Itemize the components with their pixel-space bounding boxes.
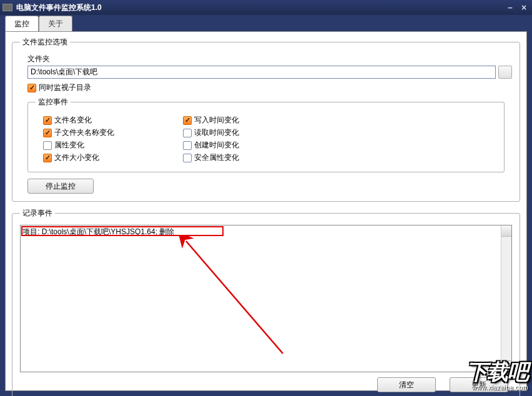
log-events-group: 记录事件 项目: D:\tools\桌面\下载吧\YHSJSQ1.64; 删除 … <box>12 208 520 396</box>
update-button[interactable]: 更新 <box>450 377 508 392</box>
clear-button[interactable]: 清空 <box>377 377 436 392</box>
window-title: 电脑文件事件监控系统1.0 <box>16 2 505 13</box>
close-button[interactable]: × <box>518 2 530 12</box>
lbl-attr: 属性变化 <box>54 140 84 151</box>
stop-monitor-button[interactable]: 停止监控 <box>27 179 94 194</box>
events-col-right: 写入时间变化 读取时间变化 创建时间变化 安全属性变化 <box>183 115 239 163</box>
log-scrollbar[interactable] <box>501 225 511 372</box>
tab-label: 关于 <box>48 19 63 28</box>
chk-secattr[interactable] <box>183 154 192 162</box>
chk-attr[interactable] <box>43 141 52 150</box>
tab-label: 监控 <box>14 19 29 28</box>
watch-subdir-label: 同时监视子目录 <box>39 82 91 93</box>
lbl-filesize: 文件大小变化 <box>54 152 99 163</box>
content-panel: 文件监控选项 文件夹 同时监视子目录 监控事件 文件名变化 子文件夹名称变化 属… <box>5 31 527 391</box>
title-bar[interactable]: 电脑文件事件监控系统1.0 – × <box>0 0 532 15</box>
log-textarea[interactable]: 项目: D:\tools\桌面\下载吧\YHSJSQ1.64; 删除 <box>20 225 512 372</box>
lbl-secattr: 安全属性变化 <box>194 152 239 163</box>
lbl-subfolder: 子文件夹名称变化 <box>54 127 114 138</box>
monitor-events-group: 监控事件 文件名变化 子文件夹名称变化 属性变化 文件大小变化 写入时间变化 读… <box>27 97 505 172</box>
tab-row: 监控 关于 <box>0 15 532 31</box>
lbl-readtime: 读取时间变化 <box>194 127 239 138</box>
events-col-left: 文件名变化 子文件夹名称变化 属性变化 文件大小变化 <box>43 115 114 163</box>
lbl-filename: 文件名变化 <box>54 115 92 126</box>
folder-path-input[interactable] <box>27 66 496 79</box>
chk-writetime[interactable] <box>183 116 192 125</box>
app-window: 电脑文件事件监控系统1.0 – × 监控 关于 文件监控选项 文件夹 同时监视子… <box>0 0 532 396</box>
app-icon <box>2 4 12 11</box>
window-controls: – × <box>505 2 530 12</box>
watch-subdir-checkbox[interactable] <box>27 84 36 92</box>
lbl-writetime: 写入时间变化 <box>194 115 239 126</box>
minimize-button[interactable]: – <box>505 2 516 12</box>
options-legend: 文件监控选项 <box>20 37 70 47</box>
stop-row: 停止监控 <box>27 179 512 194</box>
log-line-1: 项目: D:\tools\桌面\下载吧\YHSJSQ1.64; 删除 <box>22 227 174 237</box>
watch-subdir-row: 同时监视子目录 <box>27 82 512 93</box>
file-monitor-options-group: 文件监控选项 文件夹 同时监视子目录 监控事件 文件名变化 子文件夹名称变化 属… <box>12 37 520 202</box>
events-legend: 监控事件 <box>36 97 71 107</box>
chk-filename[interactable] <box>43 116 52 125</box>
chk-subfolder[interactable] <box>43 129 52 137</box>
log-buttons-row: 清空 更新 <box>20 377 512 392</box>
tab-about[interactable]: 关于 <box>39 16 72 31</box>
folder-label: 文件夹 <box>27 54 512 64</box>
folder-row <box>27 66 512 79</box>
chk-createtime[interactable] <box>183 141 192 150</box>
log-legend: 记录事件 <box>20 208 55 219</box>
chk-readtime[interactable] <box>183 129 192 137</box>
annotation-arrow <box>177 235 302 360</box>
events-grid: 文件名变化 子文件夹名称变化 属性变化 文件大小变化 写入时间变化 读取时间变化… <box>36 112 496 164</box>
lbl-createtime: 创建时间变化 <box>194 140 239 151</box>
tab-monitor[interactable]: 监控 <box>5 16 39 31</box>
svg-line-0 <box>186 241 283 354</box>
browse-button[interactable] <box>498 66 512 79</box>
chk-filesize[interactable] <box>43 154 52 162</box>
